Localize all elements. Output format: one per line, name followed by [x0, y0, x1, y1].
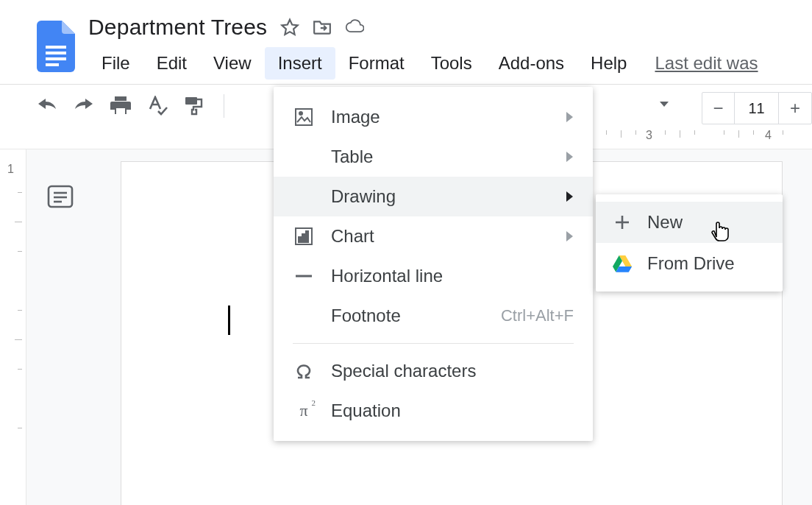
svg-rect-1: [46, 52, 66, 54]
menu-bar: File Edit View Insert Format Tools Add-o…: [88, 47, 758, 80]
font-size-control: − 11 +: [702, 92, 812, 124]
plus-icon: [612, 212, 633, 233]
document-title[interactable]: Department Trees: [88, 15, 267, 40]
title-row: Department Trees: [88, 7, 758, 40]
svg-rect-17: [306, 231, 308, 242]
drawing-from-drive-label: From Drive: [647, 253, 735, 274]
redo-icon[interactable]: [74, 96, 94, 116]
menu-view[interactable]: View: [200, 47, 265, 80]
insert-equation-item[interactable]: π2 Equation: [274, 391, 593, 431]
submenu-arrow-icon: [565, 191, 574, 202]
menu-tools[interactable]: Tools: [418, 47, 485, 80]
last-edit-link[interactable]: Last edit was: [655, 53, 758, 74]
svg-rect-2: [46, 57, 66, 60]
insert-table-item[interactable]: Table: [274, 137, 593, 177]
menu-file[interactable]: File: [88, 47, 143, 80]
insert-equation-label: Equation: [331, 400, 574, 421]
svg-rect-6: [185, 97, 197, 105]
footnote-icon: [293, 305, 315, 327]
paint-format-icon[interactable]: [184, 96, 204, 116]
drive-icon: [612, 253, 633, 274]
font-size-decrease-button[interactable]: −: [702, 93, 735, 124]
cloud-saved-icon[interactable]: [345, 18, 364, 37]
insert-dropdown: Image Table Drawing Chart: [274, 87, 593, 441]
svg-point-13: [299, 112, 302, 115]
menu-addons[interactable]: Add-ons: [485, 47, 577, 80]
svg-rect-0: [46, 46, 66, 49]
insert-image-item[interactable]: Image: [274, 97, 593, 137]
image-icon: [293, 106, 315, 128]
insert-special-label: Special characters: [331, 361, 574, 381]
svg-rect-4: [115, 96, 127, 101]
insert-image-label: Image: [331, 107, 565, 127]
horizontal-line-icon: [293, 265, 315, 287]
font-size-value[interactable]: 11: [735, 93, 779, 124]
font-dropdown-caret-icon[interactable]: [659, 101, 669, 108]
insert-chart-item[interactable]: Chart: [274, 216, 593, 256]
header: Department Trees File Edit View: [0, 0, 812, 80]
insert-drawing-item[interactable]: Drawing: [274, 177, 593, 216]
svg-rect-5: [116, 108, 125, 114]
chart-icon: [293, 225, 315, 247]
insert-chart-label: Chart: [331, 226, 565, 247]
toolbar-separator: [224, 94, 224, 118]
document-outline-icon[interactable]: [47, 185, 74, 208]
ruler-number: 4: [765, 129, 772, 142]
svg-rect-15: [299, 237, 301, 242]
insert-footnote-item[interactable]: Footnote Ctrl+Alt+F: [274, 296, 593, 336]
drawing-new-item[interactable]: New: [596, 202, 783, 243]
menu-edit[interactable]: Edit: [143, 47, 200, 80]
drawing-submenu: New From Drive: [596, 194, 783, 292]
undo-icon[interactable]: [37, 96, 57, 116]
docs-app-icon[interactable]: [37, 21, 75, 72]
move-to-folder-icon[interactable]: [313, 18, 332, 37]
star-icon[interactable]: [280, 18, 299, 37]
insert-footnote-label: Footnote: [331, 306, 501, 326]
svg-rect-3: [46, 63, 59, 66]
omega-icon: [293, 360, 315, 382]
equation-icon: π2: [293, 400, 315, 422]
menu-format[interactable]: Format: [335, 47, 418, 80]
table-icon: [293, 146, 315, 168]
ruler-number: 1: [7, 163, 14, 176]
insert-table-label: Table: [331, 146, 565, 167]
vertical-ruler[interactable]: 1: [0, 149, 26, 505]
menu-help[interactable]: Help: [577, 47, 640, 80]
font-size-increase-button[interactable]: +: [779, 93, 811, 124]
drawing-icon: [293, 186, 315, 208]
drawing-new-label: New: [647, 212, 683, 233]
text-cursor: [228, 306, 230, 335]
submenu-arrow-icon: [565, 151, 574, 163]
dropdown-separator: [293, 343, 574, 344]
print-icon[interactable]: [110, 96, 131, 116]
menu-insert[interactable]: Insert: [265, 47, 335, 80]
insert-hline-label: Horizontal line: [331, 266, 574, 286]
insert-horizontal-line-item[interactable]: Horizontal line: [274, 256, 593, 296]
svg-rect-16: [302, 234, 304, 242]
spellcheck-icon[interactable]: [147, 96, 168, 116]
submenu-arrow-icon: [565, 111, 574, 123]
submenu-arrow-icon: [565, 230, 574, 242]
insert-special-characters-item[interactable]: Special characters: [274, 351, 593, 391]
insert-drawing-label: Drawing: [331, 186, 565, 207]
drawing-from-drive-item[interactable]: From Drive: [596, 243, 783, 284]
ruler-number: 3: [646, 129, 652, 142]
svg-rect-12: [296, 109, 312, 125]
footnote-shortcut: Ctrl+Alt+F: [501, 306, 574, 325]
